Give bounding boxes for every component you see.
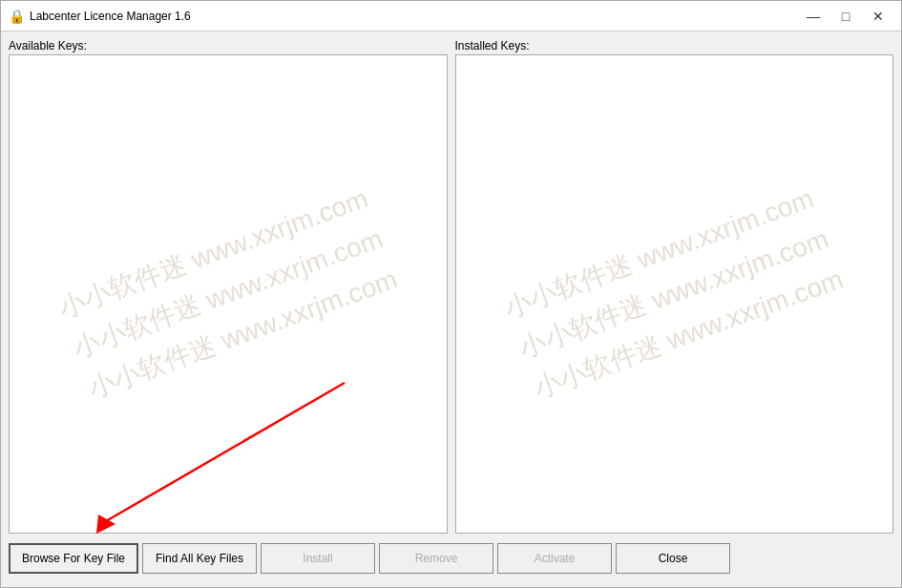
title-bar-controls: — □ ✕ (798, 3, 893, 30)
find-all-key-files-button[interactable]: Find All Key Files (142, 543, 257, 574)
content-area: Available Keys: 小小软件迷 www.xxrjm.com 小小软件… (1, 32, 901, 587)
maximize-button[interactable]: □ (830, 3, 861, 30)
available-keys-panel: Available Keys: 小小软件迷 www.xxrjm.com 小小软件… (9, 39, 448, 534)
watermark-installed: 小小软件迷 www.xxrjm.com 小小软件迷 www.xxrjm.com … (498, 178, 850, 410)
title-bar: 🔒 Labcenter Licence Manager 1.6 — □ ✕ (1, 1, 901, 32)
activate-button[interactable]: Activate (497, 543, 612, 574)
watermark-available: 小小软件迷 www.xxrjm.com 小小软件迷 www.xxrjm.com … (52, 178, 404, 410)
close-window-button[interactable]: ✕ (863, 3, 893, 30)
installed-keys-list[interactable]: 小小软件迷 www.xxrjm.com 小小软件迷 www.xxrjm.com … (455, 54, 894, 534)
available-keys-list[interactable]: 小小软件迷 www.xxrjm.com 小小软件迷 www.xxrjm.com … (9, 54, 448, 534)
available-keys-label: Available Keys: (9, 39, 448, 52)
installed-keys-panel: Installed Keys: 小小软件迷 www.xxrjm.com 小小软件… (455, 39, 894, 534)
remove-button[interactable]: Remove (379, 543, 493, 574)
app-icon: 🔒 (9, 9, 24, 24)
panels-row: Available Keys: 小小软件迷 www.xxrjm.com 小小软件… (9, 39, 893, 534)
browse-key-file-button[interactable]: Browse For Key File (9, 543, 138, 574)
installed-keys-label: Installed Keys: (455, 39, 894, 52)
window-title: Labcenter Licence Manager 1.6 (30, 10, 798, 23)
minimize-button[interactable]: — (798, 3, 829, 30)
bottom-bar: Browse For Key File Find All Key Files I… (9, 537, 893, 579)
main-window: 🔒 Labcenter Licence Manager 1.6 — □ ✕ Av… (0, 0, 902, 588)
close-button[interactable]: Close (616, 543, 730, 574)
install-button[interactable]: Install (261, 543, 375, 574)
